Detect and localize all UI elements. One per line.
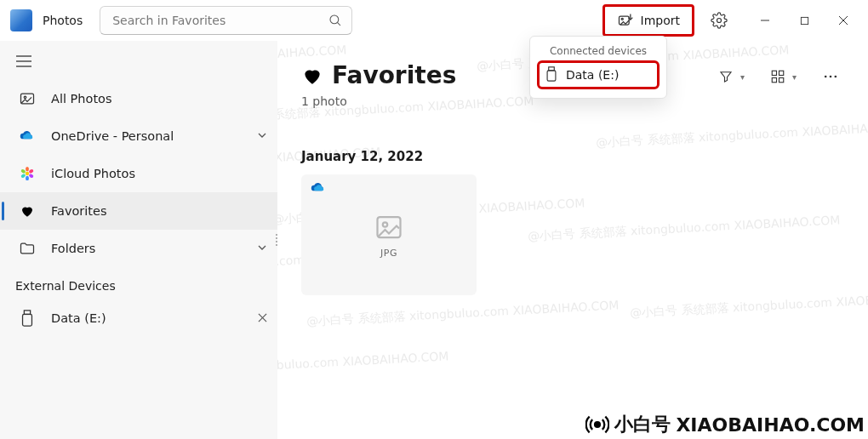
folder-icon (19, 240, 36, 257)
chevron-down-icon (257, 242, 267, 255)
watermark-en: XIAOBAIHAO.COM (676, 414, 865, 436)
sidebar-item-external-drive[interactable]: Data (E:) (0, 299, 277, 337)
svg-point-16 (28, 168, 34, 174)
sidebar-item-label: All Photos (51, 92, 112, 105)
sidebar-section-external: External Devices (0, 267, 277, 299)
minimize-button[interactable] (745, 6, 785, 35)
sidebar-item-folders[interactable]: Folders (0, 230, 277, 267)
window-controls (745, 6, 863, 35)
maximize-button[interactable] (785, 6, 824, 35)
photos-icon (19, 90, 36, 107)
svg-rect-29 (772, 78, 776, 83)
main-content: Connected devices Data (E:) Favorites 1 … (277, 41, 868, 439)
svg-rect-6 (801, 17, 808, 24)
svg-point-19 (20, 174, 26, 179)
svg-point-31 (825, 76, 827, 78)
svg-point-32 (830, 76, 832, 78)
ellipsis-icon (822, 68, 839, 85)
svg-point-36 (595, 422, 600, 427)
search-box[interactable] (100, 6, 352, 35)
eject-drive-button[interactable] (258, 312, 267, 325)
app-title: Photos (43, 14, 83, 27)
svg-point-0 (330, 15, 339, 24)
filter-button[interactable]: ▾ (713, 63, 750, 90)
settings-button[interactable] (703, 6, 735, 35)
heart-icon (19, 203, 36, 219)
svg-rect-2 (619, 16, 629, 25)
svg-rect-22 (23, 314, 32, 326)
sidebar-item-label: Data (E:) (51, 311, 106, 325)
connected-devices-popover: Connected devices Data (E:) (529, 36, 667, 99)
svg-rect-30 (779, 78, 783, 83)
search-input[interactable] (112, 14, 328, 27)
device-label: Data (E:) (566, 68, 619, 82)
svg-point-14 (26, 172, 29, 175)
onedrive-icon (19, 130, 36, 142)
svg-point-15 (26, 167, 29, 171)
more-button[interactable] (817, 63, 844, 90)
grid-icon (770, 69, 785, 84)
sidebar-item-label: OneDrive - Personal (51, 129, 174, 143)
svg-rect-28 (779, 71, 783, 75)
broadcast-icon (585, 413, 609, 436)
svg-point-35 (383, 222, 387, 226)
watermark-cn: 小白号 (614, 412, 671, 437)
import-label: Import (641, 14, 680, 27)
import-icon (617, 12, 634, 29)
search-icon (328, 13, 343, 28)
svg-point-4 (717, 19, 722, 23)
hamburger-icon (16, 55, 31, 67)
svg-rect-21 (24, 311, 30, 315)
sidebar-item-label: Folders (51, 242, 95, 255)
close-button[interactable] (824, 6, 863, 35)
sidebar-item-all-photos[interactable]: All Photos (0, 80, 277, 117)
svg-point-33 (835, 76, 837, 78)
usb-drive-icon (19, 310, 36, 327)
device-entry[interactable]: Data (E:) (539, 62, 658, 88)
page-subtitle: 1 photo (301, 94, 456, 108)
svg-point-3 (621, 18, 623, 20)
sidebar-item-onedrive[interactable]: OneDrive - Personal (0, 117, 277, 155)
chevron-down-icon: ▾ (792, 72, 797, 82)
chevron-down-icon (257, 129, 267, 143)
gear-icon (711, 12, 728, 29)
view-layout-button[interactable]: ▾ (765, 63, 802, 90)
image-placeholder-icon (374, 212, 404, 242)
svg-rect-26 (547, 70, 556, 80)
date-group-header: January 12, 2022 (301, 149, 844, 164)
watermark: 小白号 XIAOBAIHAO.COM (585, 412, 865, 437)
svg-rect-25 (549, 66, 555, 70)
file-extension-label: JPG (380, 248, 397, 259)
photo-thumbnail[interactable]: JPG (301, 174, 477, 295)
sidebar-item-favorites[interactable]: Favorites (0, 192, 277, 230)
nav-toggle-button[interactable] (7, 46, 41, 77)
import-button[interactable]: Import (604, 6, 693, 35)
svg-rect-27 (772, 71, 776, 75)
svg-point-20 (20, 168, 26, 174)
titlebar: Photos Import (0, 0, 868, 41)
sidebar: All Photos OneDrive - Personal iCloud Ph… (0, 41, 277, 439)
app-logo-icon (10, 9, 32, 31)
sidebar-item-label: iCloud Photos (51, 167, 135, 180)
sidebar-item-label: Favorites (51, 204, 107, 218)
heart-icon (301, 65, 323, 87)
cloud-sync-icon (310, 181, 327, 197)
icloud-icon (19, 166, 36, 181)
svg-point-17 (28, 174, 34, 179)
sidebar-item-icloud[interactable]: iCloud Photos (0, 155, 277, 192)
svg-line-1 (338, 22, 341, 26)
connected-devices-title: Connected devices (539, 45, 658, 57)
usb-drive-icon (545, 66, 557, 84)
svg-point-18 (26, 176, 29, 180)
svg-point-13 (24, 96, 26, 99)
page-title: Favorites (332, 61, 456, 89)
filter-icon (718, 69, 734, 84)
chevron-down-icon: ▾ (740, 72, 745, 82)
